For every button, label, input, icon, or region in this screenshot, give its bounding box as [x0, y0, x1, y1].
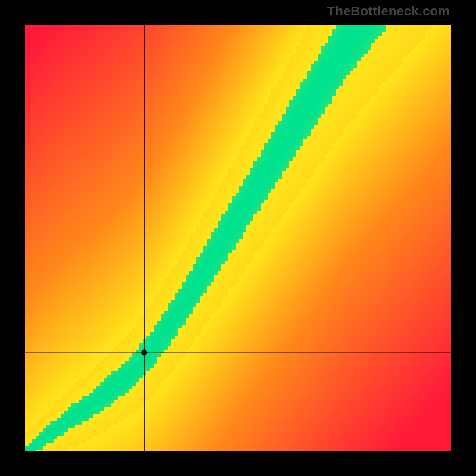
chart-frame: TheBottleneck.com: [0, 0, 476, 476]
heatmap-plot: [25, 25, 451, 451]
watermark-text: TheBottleneck.com: [327, 4, 450, 19]
crosshair-overlay: [25, 25, 451, 451]
